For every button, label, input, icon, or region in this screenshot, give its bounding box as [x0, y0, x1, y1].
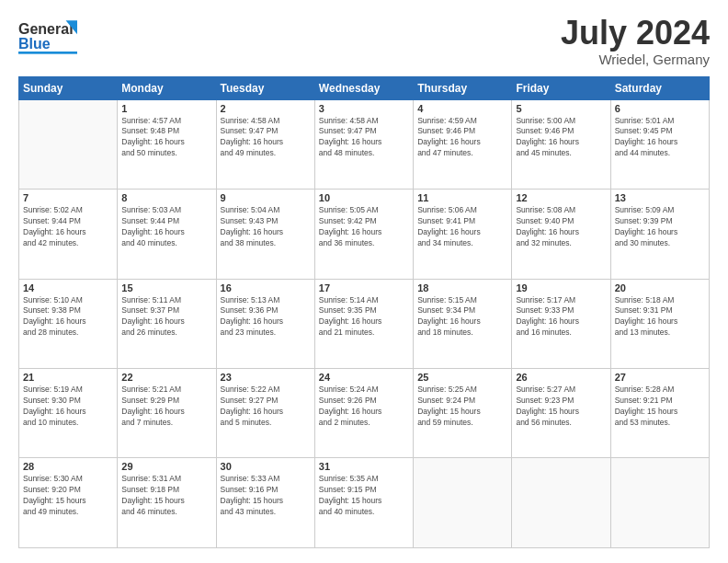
table-row: 10Sunrise: 5:05 AMSunset: 9:42 PMDayligh…: [314, 190, 413, 279]
svg-text:Blue: Blue: [18, 36, 51, 52]
table-row: 31Sunrise: 5:35 AMSunset: 9:15 PMDayligh…: [314, 458, 413, 548]
svg-rect-3: [18, 52, 77, 54]
day-info: Sunrise: 5:15 AMSunset: 9:34 PMDaylight:…: [417, 295, 507, 339]
day-info: Sunrise: 5:35 AMSunset: 9:15 PMDaylight:…: [319, 474, 409, 518]
day-number: 3: [319, 103, 409, 114]
day-info: Sunrise: 5:31 AMSunset: 9:18 PMDaylight:…: [121, 474, 211, 518]
table-row: 23Sunrise: 5:22 AMSunset: 9:27 PMDayligh…: [216, 369, 314, 458]
day-number: 14: [23, 282, 113, 293]
day-number: 28: [23, 461, 113, 472]
calendar-week-row: 14Sunrise: 5:10 AMSunset: 9:38 PMDayligh…: [19, 279, 710, 368]
day-number: 9: [221, 192, 311, 203]
table-row: 30Sunrise: 5:33 AMSunset: 9:16 PMDayligh…: [216, 458, 314, 548]
day-number: 19: [516, 282, 606, 293]
day-number: 13: [615, 192, 705, 203]
table-row: 16Sunrise: 5:13 AMSunset: 9:36 PMDayligh…: [216, 279, 314, 368]
day-info: Sunrise: 5:03 AMSunset: 9:44 PMDaylight:…: [121, 205, 211, 249]
col-thursday: Thursday: [414, 76, 512, 99]
table-row: 22Sunrise: 5:21 AMSunset: 9:29 PMDayligh…: [118, 369, 216, 458]
table-row: 26Sunrise: 5:27 AMSunset: 9:23 PMDayligh…: [512, 369, 610, 458]
day-number: 18: [417, 282, 507, 293]
table-row: 27Sunrise: 5:28 AMSunset: 9:21 PMDayligh…: [610, 369, 709, 458]
day-number: 20: [615, 282, 705, 293]
day-info: Sunrise: 5:01 AMSunset: 9:45 PMDaylight:…: [615, 116, 705, 160]
table-row: 14Sunrise: 5:10 AMSunset: 9:38 PMDayligh…: [19, 279, 118, 368]
table-row: 29Sunrise: 5:31 AMSunset: 9:18 PMDayligh…: [118, 458, 216, 548]
table-row: 21Sunrise: 5:19 AMSunset: 9:30 PMDayligh…: [19, 369, 118, 458]
day-info: Sunrise: 5:24 AMSunset: 9:26 PMDaylight:…: [319, 385, 409, 429]
table-row: 3Sunrise: 4:58 AMSunset: 9:47 PMDaylight…: [314, 99, 413, 189]
header: General Blue July 2024 Wriedel, Germany: [18, 15, 710, 67]
table-row: 24Sunrise: 5:24 AMSunset: 9:26 PMDayligh…: [314, 369, 413, 458]
day-info: Sunrise: 5:10 AMSunset: 9:38 PMDaylight:…: [23, 295, 113, 339]
day-number: 11: [417, 192, 507, 203]
day-number: 5: [516, 103, 606, 114]
day-info: Sunrise: 5:14 AMSunset: 9:35 PMDaylight:…: [319, 295, 409, 339]
day-number: 12: [516, 192, 606, 203]
table-row: 18Sunrise: 5:15 AMSunset: 9:34 PMDayligh…: [414, 279, 512, 368]
table-row: [512, 458, 610, 548]
day-number: 17: [319, 282, 409, 293]
logo: General Blue: [18, 15, 92, 59]
table-row: 1Sunrise: 4:57 AMSunset: 9:48 PMDaylight…: [118, 99, 216, 189]
day-number: 29: [121, 461, 211, 472]
calendar-week-row: 28Sunrise: 5:30 AMSunset: 9:20 PMDayligh…: [19, 458, 710, 548]
month-year: July 2024: [561, 15, 710, 52]
day-number: 31: [319, 461, 409, 472]
day-info: Sunrise: 5:19 AMSunset: 9:30 PMDaylight:…: [23, 385, 113, 429]
day-number: 7: [23, 192, 113, 203]
table-row: 8Sunrise: 5:03 AMSunset: 9:44 PMDaylight…: [118, 190, 216, 279]
day-info: Sunrise: 5:18 AMSunset: 9:31 PMDaylight:…: [615, 295, 705, 339]
day-number: 24: [319, 372, 409, 383]
day-info: Sunrise: 5:28 AMSunset: 9:21 PMDaylight:…: [615, 385, 705, 429]
day-info: Sunrise: 5:30 AMSunset: 9:20 PMDaylight:…: [23, 474, 113, 518]
day-number: 8: [121, 192, 211, 203]
table-row: 9Sunrise: 5:04 AMSunset: 9:43 PMDaylight…: [216, 190, 314, 279]
table-row: 20Sunrise: 5:18 AMSunset: 9:31 PMDayligh…: [610, 279, 709, 368]
table-row: 12Sunrise: 5:08 AMSunset: 9:40 PMDayligh…: [512, 190, 610, 279]
day-info: Sunrise: 5:06 AMSunset: 9:41 PMDaylight:…: [417, 205, 507, 249]
day-info: Sunrise: 5:22 AMSunset: 9:27 PMDaylight:…: [221, 385, 311, 429]
table-row: 13Sunrise: 5:09 AMSunset: 9:39 PMDayligh…: [610, 190, 709, 279]
title-block: July 2024 Wriedel, Germany: [561, 15, 710, 67]
day-info: Sunrise: 5:33 AMSunset: 9:16 PMDaylight:…: [221, 474, 311, 518]
calendar-week-row: 1Sunrise: 4:57 AMSunset: 9:48 PMDaylight…: [19, 99, 710, 189]
day-number: 30: [221, 461, 311, 472]
day-info: Sunrise: 5:08 AMSunset: 9:40 PMDaylight:…: [516, 205, 606, 249]
day-info: Sunrise: 5:21 AMSunset: 9:29 PMDaylight:…: [121, 385, 211, 429]
calendar-week-row: 21Sunrise: 5:19 AMSunset: 9:30 PMDayligh…: [19, 369, 710, 458]
table-row: 2Sunrise: 4:58 AMSunset: 9:47 PMDaylight…: [216, 99, 314, 189]
svg-text:General: General: [18, 21, 74, 37]
table-row: 4Sunrise: 4:59 AMSunset: 9:46 PMDaylight…: [414, 99, 512, 189]
day-number: 25: [417, 372, 507, 383]
day-number: 23: [221, 372, 311, 383]
table-row: [610, 458, 709, 548]
day-number: 10: [319, 192, 409, 203]
col-friday: Friday: [512, 76, 610, 99]
table-row: 11Sunrise: 5:06 AMSunset: 9:41 PMDayligh…: [414, 190, 512, 279]
table-row: 15Sunrise: 5:11 AMSunset: 9:37 PMDayligh…: [118, 279, 216, 368]
table-row: [19, 99, 118, 189]
day-info: Sunrise: 4:58 AMSunset: 9:47 PMDaylight:…: [221, 116, 311, 160]
table-row: 17Sunrise: 5:14 AMSunset: 9:35 PMDayligh…: [314, 279, 413, 368]
day-info: Sunrise: 4:58 AMSunset: 9:47 PMDaylight:…: [319, 116, 409, 160]
day-info: Sunrise: 5:27 AMSunset: 9:23 PMDaylight:…: [516, 385, 606, 429]
day-info: Sunrise: 5:25 AMSunset: 9:24 PMDaylight:…: [417, 385, 507, 429]
table-row: 5Sunrise: 5:00 AMSunset: 9:46 PMDaylight…: [512, 99, 610, 189]
calendar-week-row: 7Sunrise: 5:02 AMSunset: 9:44 PMDaylight…: [19, 190, 710, 279]
day-info: Sunrise: 5:09 AMSunset: 9:39 PMDaylight:…: [615, 205, 705, 249]
page: General Blue July 2024 Wriedel, Germany …: [0, 0, 728, 563]
table-row: 7Sunrise: 5:02 AMSunset: 9:44 PMDaylight…: [19, 190, 118, 279]
col-sunday: Sunday: [19, 76, 118, 99]
table-row: 25Sunrise: 5:25 AMSunset: 9:24 PMDayligh…: [414, 369, 512, 458]
col-wednesday: Wednesday: [314, 76, 413, 99]
col-monday: Monday: [118, 76, 216, 99]
day-info: Sunrise: 4:59 AMSunset: 9:46 PMDaylight:…: [417, 116, 507, 160]
col-tuesday: Tuesday: [216, 76, 314, 99]
day-info: Sunrise: 5:04 AMSunset: 9:43 PMDaylight:…: [221, 205, 311, 249]
table-row: [414, 458, 512, 548]
day-info: Sunrise: 5:17 AMSunset: 9:33 PMDaylight:…: [516, 295, 606, 339]
calendar-table: Sunday Monday Tuesday Wednesday Thursday…: [18, 76, 710, 548]
day-number: 2: [221, 103, 311, 114]
day-number: 26: [516, 372, 606, 383]
